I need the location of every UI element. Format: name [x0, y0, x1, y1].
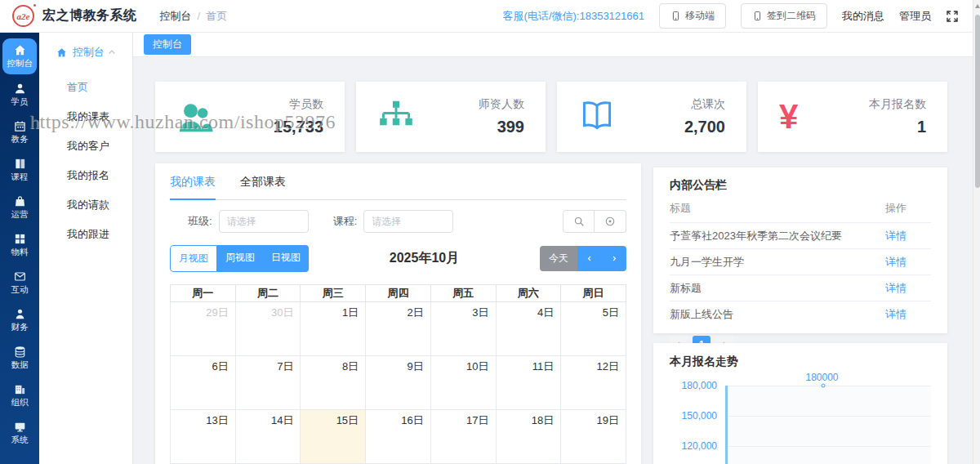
- grid-icon: [14, 233, 26, 245]
- announcement-detail-link[interactable]: 详情: [885, 255, 931, 270]
- trend-title: 本月报名走势: [670, 355, 931, 369]
- sidebar-item-finance[interactable]: 财务: [2, 303, 38, 337]
- today-button[interactable]: 今天: [540, 246, 577, 271]
- username-menu[interactable]: 管理员: [899, 9, 931, 24]
- top-header: a2e 宏之博教务系统 控制台/首页 客服(电话/微信):18353121661…: [0, 0, 980, 33]
- schedule-tab-0[interactable]: 我的课表: [170, 175, 216, 200]
- calendar-day-cell[interactable]: 12日: [561, 356, 626, 410]
- announcement-row: 新版上线公告详情: [670, 301, 931, 327]
- calendar-day-cell[interactable]: 9日: [366, 356, 431, 410]
- sidebar-item-mail[interactable]: 互动: [2, 265, 38, 300]
- service-contact[interactable]: 客服(电话/微信):18353121661: [503, 9, 644, 24]
- calendar-day-cell[interactable]: 10日: [430, 356, 496, 410]
- sidebar-item-label: 课程: [11, 172, 29, 183]
- submenu-item[interactable]: 我的客户: [39, 132, 132, 161]
- calendar-day-cell[interactable]: 17日: [430, 410, 496, 464]
- calendar-day-cell[interactable]: 2日: [366, 302, 431, 356]
- calendar-day-cell[interactable]: 6日: [171, 356, 236, 410]
- fullscreen-icon[interactable]: [946, 10, 959, 23]
- yuan-icon: ¥: [779, 100, 798, 134]
- signin-qrcode-button[interactable]: 签到二维码: [741, 3, 827, 29]
- prev-month-button[interactable]: [577, 246, 602, 271]
- course-select[interactable]: [363, 210, 453, 233]
- announcement-row: 新标题详情: [670, 274, 931, 301]
- announcements-title: 内部公告栏: [670, 178, 931, 193]
- submenu-item[interactable]: 我的报名: [39, 161, 132, 190]
- sidebar-item-label: 运营: [11, 209, 29, 221]
- breadcrumb-root[interactable]: 控制台: [160, 10, 192, 22]
- tab-console[interactable]: 控制台: [144, 34, 191, 55]
- submenu-item[interactable]: 我的请款: [39, 190, 132, 220]
- calendar-day-cell[interactable]: 19日: [561, 410, 626, 464]
- submenu-item[interactable]: 我的跟进: [39, 220, 132, 249]
- database-icon: [14, 346, 26, 358]
- sidebar-item-monitor[interactable]: 系统: [2, 416, 38, 450]
- announcement-detail-link[interactable]: 详情: [885, 281, 931, 296]
- sidebar-item-database[interactable]: 数据: [2, 341, 38, 375]
- calendar-day-cell[interactable]: 30日: [235, 302, 301, 356]
- stat-value: 2,700: [684, 118, 725, 136]
- chevron-right-icon: [611, 254, 617, 263]
- submenu-items: 首页我的课表我的客户我的报名我的请款我的跟进: [39, 73, 132, 249]
- calendar-day-cell[interactable]: 18日: [496, 410, 561, 464]
- mobile-app-button[interactable]: 移动端: [659, 3, 726, 29]
- app-logo: a2e: [12, 5, 34, 27]
- announcements-header: 标题 操作: [670, 193, 931, 222]
- calendar-day-cell[interactable]: 5日: [561, 302, 626, 356]
- trend-card: 本月报名走势 180,000150,000120,000180000: [653, 343, 947, 464]
- app-window: a2e 宏之博教务系统 控制台/首页 客服(电话/微信):18353121661…: [0, 0, 980, 464]
- sidebar-item-book[interactable]: 课程: [2, 153, 38, 187]
- sidebar-item-calendar[interactable]: 教务: [2, 115, 38, 149]
- my-messages-link[interactable]: 我的消息: [842, 9, 884, 24]
- chart-data-point[interactable]: 180000: [822, 384, 826, 388]
- stat-value: 1: [869, 118, 926, 136]
- weekday-header: 周四: [366, 285, 431, 302]
- y-axis-tick: 120,000: [670, 440, 717, 452]
- submenu-item[interactable]: 我的课表: [39, 102, 132, 132]
- home-icon: [14, 44, 26, 56]
- calendar-day-cell[interactable]: 4日: [496, 302, 561, 356]
- calendar-day-cell[interactable]: 1日: [301, 302, 366, 356]
- page-scrollbar[interactable]: [973, 0, 980, 464]
- calendar-toolbar: 月视图周视图日视图 2025年10月 今天: [170, 245, 626, 272]
- icon-sidebar: 控制台学员教务课程运营物料互动财务数据组织系统: [0, 33, 39, 464]
- scrollbar-thumb[interactable]: [975, 15, 980, 188]
- stat-card-yuan: ¥本月报名数1: [758, 82, 947, 152]
- submenu-title: 控制台: [73, 45, 105, 60]
- view-button-2[interactable]: 日视图: [263, 245, 309, 272]
- calendar-day-cell[interactable]: 15日: [301, 410, 366, 464]
- view-button-1[interactable]: 周视图: [217, 245, 263, 272]
- scrollbar-up-arrow[interactable]: [975, 4, 980, 8]
- calendar-day-cell[interactable]: 7日: [235, 356, 301, 410]
- chart-point-label: 180000: [805, 372, 838, 383]
- submenu-header[interactable]: 控制台: [39, 33, 132, 60]
- search-button[interactable]: [563, 210, 595, 233]
- course-filter-label: 课程:: [333, 214, 358, 229]
- weekday-header: 周日: [561, 285, 626, 302]
- calendar-day-cell[interactable]: 8日: [301, 356, 366, 410]
- announcement-detail-link[interactable]: 详情: [885, 307, 931, 322]
- reset-button[interactable]: [595, 210, 626, 233]
- sidebar-item-label: 学员: [11, 96, 29, 108]
- sidebar-item-bag[interactable]: 运营: [2, 190, 38, 225]
- calendar-day-cell[interactable]: 16日: [366, 410, 431, 464]
- calendar-day-cell[interactable]: 14日: [235, 410, 301, 464]
- sidebar-item-user[interactable]: 学员: [2, 78, 38, 112]
- submenu-item[interactable]: 首页: [39, 73, 132, 102]
- chevron-up-icon[interactable]: [107, 47, 117, 57]
- sidebar-item-label: 物料: [11, 247, 29, 258]
- calendar-day-cell[interactable]: 29日: [171, 302, 236, 356]
- sidebar-item-org[interactable]: 组织: [2, 378, 38, 413]
- calendar-day-cell[interactable]: 13日: [171, 410, 236, 464]
- calendar-day-cell[interactable]: 3日: [430, 302, 496, 356]
- stat-label: 学员数: [274, 97, 323, 112]
- announcement-detail-link[interactable]: 详情: [885, 229, 931, 243]
- next-month-button[interactable]: [602, 246, 626, 271]
- sidebar-item-home[interactable]: 控制台: [2, 38, 37, 74]
- class-select[interactable]: [219, 210, 309, 233]
- view-button-0[interactable]: 月视图: [170, 245, 217, 272]
- calendar-day-cell[interactable]: 11日: [496, 356, 561, 410]
- sidebar-item-grid[interactable]: 物料: [2, 228, 38, 262]
- finance-icon: [14, 308, 26, 320]
- schedule-tab-1[interactable]: 全部课表: [240, 175, 286, 199]
